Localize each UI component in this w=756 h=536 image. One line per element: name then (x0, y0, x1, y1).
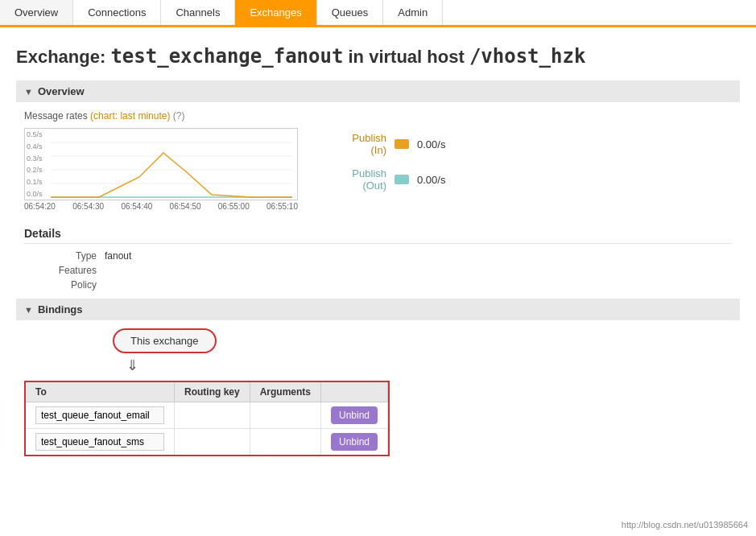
publish-in-value: 0.00/s (417, 138, 445, 150)
publish-out-label: Publish(Out) (322, 167, 386, 192)
publish-in-label: Publish(In) (322, 132, 386, 156)
this-exchange-box: This exchange (113, 328, 217, 353)
chart-area: 0.5/s 0.4/s 0.3/s 0.2/s 0.1/s 0.0/s (24, 128, 732, 211)
title-prefix: Exchange: (16, 47, 105, 67)
chart-svg (51, 129, 292, 198)
details-title: Details (24, 227, 732, 244)
vhost: /vhost_hzk (469, 45, 586, 68)
overview-arrow-icon: ▼ (24, 87, 33, 97)
chart-info: (chart: last minute) (90, 110, 170, 122)
table-row: Unbind (26, 429, 388, 456)
details-section: Details Type fanout Features Policy (16, 227, 740, 291)
arguments-email (250, 402, 320, 429)
queue-name-sms (26, 429, 175, 456)
nav-admin[interactable]: Admin (383, 0, 443, 25)
bindings-table: To Routing key Arguments Unbi (26, 382, 388, 455)
col-action (321, 382, 388, 402)
queue-name-sms-input[interactable] (35, 433, 164, 451)
col-arguments: Arguments (250, 382, 320, 402)
routing-key-sms (175, 429, 250, 456)
nav-channels[interactable]: Channels (161, 0, 235, 25)
down-arrow-icon: ⇓ (126, 357, 740, 374)
col-routing-key: Routing key (175, 382, 250, 402)
top-navigation: Overview Connections Channels Exchanges … (0, 0, 756, 27)
arguments-sms (250, 429, 320, 456)
col-to: To (26, 382, 175, 402)
x-axis-labels: 06:54:20 06:54:30 06:54:40 06:54:50 06:5… (24, 202, 298, 211)
bindings-section-header[interactable]: ▼ Bindings (16, 299, 740, 320)
bindings-table-header-row: To Routing key Arguments (26, 382, 388, 402)
chart-wrapper: 0.5/s 0.4/s 0.3/s 0.2/s 0.1/s 0.0/s (24, 128, 298, 211)
unbind-email-cell: Unbind (321, 402, 388, 429)
overview-content: Message rates (chart: last minute) (?) 0… (16, 110, 740, 211)
publish-out-value: 0.00/s (417, 174, 445, 186)
message-rates-label: Message rates (chart: last minute) (?) (24, 110, 732, 122)
unbind-sms-button[interactable]: Unbind (331, 433, 378, 451)
nav-connections[interactable]: Connections (73, 0, 161, 25)
features-key: Features (32, 265, 105, 276)
unbind-sms-cell: Unbind (321, 429, 388, 456)
bindings-table-container: To Routing key Arguments Unbi (24, 381, 390, 456)
unbind-email-button[interactable]: Unbind (331, 406, 378, 424)
exchange-name: test_exchange_fanout (110, 45, 343, 68)
message-rates-chart: 0.5/s 0.4/s 0.3/s 0.2/s 0.1/s 0.0/s (24, 128, 298, 200)
y-axis-labels: 0.5/s 0.4/s 0.3/s 0.2/s 0.1/s 0.0/s (27, 130, 43, 198)
page-content: Exchange: test_exchange_fanout in virtua… (0, 27, 756, 467)
routing-key-email (175, 402, 250, 429)
nav-overview[interactable]: Overview (0, 0, 73, 25)
policy-key: Policy (32, 279, 105, 291)
queue-name-email (26, 402, 175, 429)
details-type-row: Type fanout (32, 250, 732, 262)
publish-in-swatch (395, 139, 409, 149)
bindings-arrow-icon: ▼ (24, 305, 33, 315)
publish-out-swatch (395, 175, 409, 184)
details-policy-row: Policy (32, 279, 732, 291)
publish-in-rate: Publish(In) 0.00/s (322, 132, 445, 156)
type-key: Type (32, 250, 105, 262)
rates-label-text: Message rates (24, 110, 88, 122)
type-value: fanout (105, 250, 131, 262)
page-title: Exchange: test_exchange_fanout in virtua… (16, 45, 740, 68)
publish-out-rate: Publish(Out) 0.00/s (322, 167, 445, 192)
bindings-section-title: Bindings (38, 303, 83, 315)
overview-section-header[interactable]: ▼ Overview (16, 80, 740, 102)
queue-name-email-input[interactable] (35, 406, 164, 424)
bindings-content: This exchange ⇓ To Routing key Arguments (16, 328, 740, 459)
title-middle: in virtual host (349, 47, 465, 67)
overview-section-title: Overview (38, 85, 85, 97)
details-features-row: Features (32, 265, 732, 276)
table-row: Unbind (26, 402, 388, 429)
rate-legend: Publish(In) 0.00/s Publish(Out) 0.00/s (322, 128, 445, 192)
nav-exchanges[interactable]: Exchanges (235, 0, 316, 25)
details-table: Type fanout Features Policy (32, 250, 732, 291)
nav-queues[interactable]: Queues (317, 0, 384, 25)
help-text: (?) (173, 110, 185, 122)
